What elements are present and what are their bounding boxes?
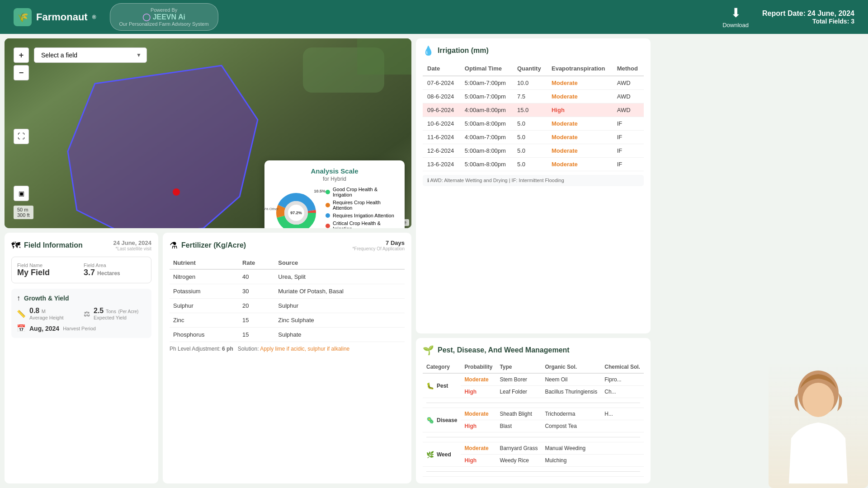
irr-date-cell: 10-6-2024	[423, 117, 460, 131]
table-row: 07-6-2024 5:00am-7:00pm 10.0 Moderate AW…	[423, 76, 644, 90]
irr-qty-cell: 5.0	[513, 117, 547, 131]
prob-cell: Moderate	[461, 408, 496, 420]
total-fields: Total Fields: 3	[762, 18, 854, 25]
irr-footer-icon: ℹ	[427, 178, 429, 183]
irr-method-cell: IF	[613, 158, 644, 171]
yield-icon: ⚖	[84, 310, 90, 318]
category-icon: 🦠	[426, 417, 434, 424]
irr-date-cell: 09-6-2024	[423, 103, 460, 117]
avg-height-item: 📏 0.8 M Average Height	[17, 307, 79, 320]
legend-label-critical: Critical Crop Health & Irrigation	[333, 221, 398, 228]
height-icon: 📏	[17, 310, 26, 318]
height-value-row: 0.8 M	[29, 307, 64, 315]
freq-sub: *Frequency Of Application	[352, 246, 405, 251]
irr-qty-cell: 7.5	[513, 90, 547, 103]
irr-col-et: Evapotranspiration	[547, 61, 613, 76]
growth-title: Growth & Yield	[24, 295, 69, 302]
jeevn-badge: Powered By ◯ JEEVN Ai Our Personalized F…	[110, 3, 218, 31]
irr-col-qty: Quantity	[513, 61, 547, 76]
logo-icon: 🌾	[14, 8, 32, 26]
table-row: 13-6-2024 5:00am-8:00pm 5.0 Moderate IF	[423, 158, 644, 171]
center-pct: 97.2%	[290, 211, 302, 215]
growth-section: ↑ Growth & Yield 📏 0.8 M Average Heig	[11, 289, 151, 338]
layer-button[interactable]: ▣	[14, 186, 29, 201]
irrigation-title: Irrigation (mm)	[438, 47, 489, 55]
divider-row	[423, 467, 644, 477]
irrigation-thead: Date Optimal Time Quantity Evapotranspir…	[423, 61, 644, 76]
irr-qty-cell: 10.0	[513, 76, 547, 90]
report-date: Report Date: 24 June, 2024	[762, 9, 854, 18]
solution-label: Solution:	[238, 346, 259, 352]
growth-icon: ↑	[17, 294, 20, 302]
download-icon: ⬇	[731, 5, 741, 20]
rate-cell: 20	[239, 299, 274, 313]
chemical-cell: Fipro...	[601, 373, 644, 386]
irr-et-cell: High	[547, 103, 613, 117]
field-info-grid: Field Name My Field Field Area 3.7 Hecta…	[11, 257, 151, 283]
field-select-dropdown[interactable]: Select a field	[34, 47, 147, 63]
irr-date-cell: 07-6-2024	[423, 76, 460, 90]
chemical-cell	[601, 420, 644, 432]
solution-link[interactable]: Apply lime if acidic, sulphur if alkalin…	[260, 346, 349, 352]
yield-sub: (Per Acre)	[118, 309, 138, 314]
organic-cell: Mulching	[541, 455, 601, 467]
jeevn-title: ◯ JEEVN Ai	[142, 13, 185, 21]
freq-info: 7 Days *Frequency Of Application	[352, 239, 405, 251]
irr-et-cell: Moderate	[547, 158, 613, 171]
type-cell: Weedy Rice	[496, 455, 541, 467]
nutrient-cell: Sulphur	[170, 299, 239, 313]
donut-svg	[271, 188, 321, 228]
nutrient-cell: Nitrogen	[170, 269, 239, 284]
irrigation-tbody: 07-6-2024 5:00am-7:00pm 10.0 Moderate AW…	[423, 76, 644, 171]
irr-method-cell: AWD	[613, 76, 644, 90]
table-row: Potassium 30 Muriate Of Potash, Basal	[170, 284, 405, 299]
download-button[interactable]: ⬇ Download	[722, 5, 749, 28]
height-value: 0.8	[29, 307, 39, 314]
yield-value: 2.5	[94, 307, 104, 314]
pest-col-organic: Organic Sol.	[541, 361, 601, 373]
rate-cell: 15	[239, 328, 274, 342]
fullscreen-button[interactable]: ⛶	[14, 129, 29, 144]
ph-value: 6 ph	[222, 346, 233, 352]
zoom-in-button[interactable]: +	[14, 47, 29, 63]
list-item: 🦠Disease Moderate Sheath Blight Trichode…	[423, 408, 644, 420]
irrigation-footer: ℹ AWD: Alternate Wetting and Drying | IF…	[423, 175, 644, 186]
irr-date-cell: 08-6-2024	[423, 90, 460, 103]
report-info: Report Date: 24 June, 2024 Total Fields:…	[762, 9, 854, 25]
pest-tbody: 🐛Pest Moderate Stem Borer Neem Oil Fipro…	[423, 373, 644, 477]
irrigation-panel: 💧 Irrigation (mm) Date Optimal Time Quan…	[416, 38, 651, 333]
field-name-value: My Field	[17, 268, 79, 277]
jeevn-subtitle: Our Personalized Farm Advisory System	[119, 21, 209, 27]
pest-table: Category Probability Type Organic Sol. C…	[423, 361, 644, 477]
analysis-subtitle: for Hybrid	[271, 176, 398, 182]
pest-col-chemical: Chemical Sol.	[601, 361, 644, 373]
main-content: + − ⛶ ▣ Select a field 50 m 300 ft 🗺 Lea…	[0, 34, 868, 488]
zoom-out-button[interactable]: −	[14, 65, 29, 80]
fertilizer-title: Fertilizer (Kg/Acre)	[181, 241, 246, 249]
analysis-chart: 97.2% 10.5% 40.8% 5% Other Good Crop Hea…	[271, 187, 398, 228]
other-pct-label: 5% Other	[263, 207, 278, 211]
source-cell: Zinc Sulphate	[274, 313, 405, 328]
fertilizer-tbody: Nitrogen 40 Urea, Split Potassium 30 Mur…	[170, 269, 405, 342]
table-row: Nitrogen 40 Urea, Split	[170, 269, 405, 284]
yield-item: ⚖ 2.5 Tons (Per Acre) Expected Yield	[84, 307, 146, 320]
irr-time-cell: 4:00am-7:00pm	[460, 131, 513, 144]
source-cell: Urea, Split	[274, 269, 405, 284]
type-cell: Blast	[496, 420, 541, 432]
type-cell: Sheath Blight	[496, 408, 541, 420]
jeevn-powered: Powered By	[151, 7, 177, 13]
prob-cell: High	[461, 386, 496, 398]
analysis-popup: Analysis Scale for Hybrid	[264, 160, 405, 228]
chemical-cell	[601, 442, 644, 455]
pest-panel: 🌱 Pest, Disease, And Weed Management Cat…	[416, 338, 651, 483]
field-name-item: Field Name My Field	[17, 263, 79, 277]
type-cell: Stem Borer	[496, 373, 541, 386]
avatar-container	[769, 361, 868, 488]
logo: 🌾 Farmonaut®	[14, 8, 96, 26]
table-row: 11-6-2024 4:00am-7:00pm 5.0 Moderate IF	[423, 131, 644, 144]
field-info-icon: 🗺	[11, 240, 20, 251]
right-column: 💧 Irrigation (mm) Date Optimal Time Quan…	[416, 38, 651, 483]
pest-thead: Category Probability Type Organic Sol. C…	[423, 361, 644, 373]
pest-icon: 🌱	[423, 345, 434, 356]
pest-header: 🌱 Pest, Disease, And Weed Management	[423, 345, 644, 356]
